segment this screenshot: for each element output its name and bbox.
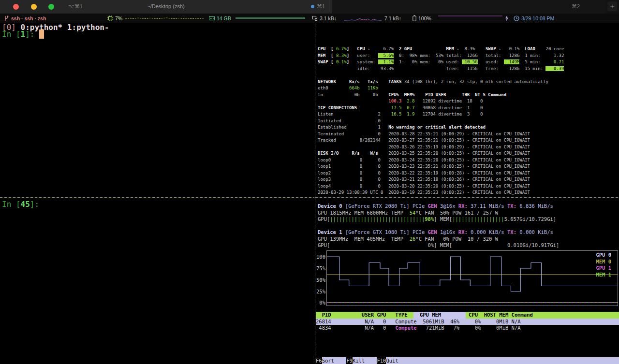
chart-ytick: 50% bbox=[316, 277, 325, 283]
fkey-f6: F6 bbox=[316, 357, 322, 364]
terminal-line: Terminated 0 2020-03-28 22:35:21 (0:00:2… bbox=[318, 131, 619, 138]
chart-ytick: 100 bbox=[316, 254, 325, 260]
network-up-label: 7.1 kB↑ bbox=[384, 14, 401, 23]
battery-icon bbox=[413, 15, 416, 21]
legend-item: GPU 0 bbox=[596, 252, 611, 259]
terminal-line: Initiated 0 bbox=[318, 118, 619, 125]
tab1-activity: ⌘1 bbox=[311, 3, 325, 10]
terminal-line: DISK I/O R/s W/s 2020-03-25 22:35:20 (0:… bbox=[318, 150, 619, 157]
chart-ytick: 25% bbox=[316, 289, 325, 294]
fkey-label-quit: Quit bbox=[386, 357, 398, 364]
nvtop-device-lines: Device 0 [GeForce RTX 2080 Ti] PCIe GEN … bbox=[318, 203, 619, 249]
terminal-line: In [45]: bbox=[2, 201, 314, 208]
terminal-line: 2020-03-29 13:08:39 UTC 0 2020-03-19 22:… bbox=[318, 189, 619, 196]
session-branch-icon bbox=[4, 15, 9, 21]
ram-icon bbox=[209, 15, 215, 21]
legend-item: MEM 0 bbox=[596, 259, 611, 265]
chart-legend: GPU 0MEM 0GPU 1MEM 1 bbox=[596, 252, 611, 278]
terminal-line: GPU[|||||||||||||||||||||||||||||||98%] … bbox=[318, 216, 619, 223]
memory-gauge: 14 GB bbox=[209, 14, 231, 23]
charging-bolt-icon bbox=[505, 15, 509, 21]
cpu-gauge: 7% bbox=[107, 14, 122, 23]
terminal-line: TCP CONNECTIONS 17.5 0.7 30868 divertime… bbox=[318, 105, 619, 112]
chart-ytick: 0% bbox=[316, 300, 325, 306]
tab-desktop-zsh[interactable]: ⌥⌘1 ~/Desktop (zsh) ⌘1 bbox=[0, 0, 332, 14]
pane-divider-horizontal-right[interactable] bbox=[315, 197, 619, 198]
terminal-line: Device 0 [GeForce RTX 2080 Ti] PCIe GEN … bbox=[318, 203, 619, 210]
terminal-line: 100.3 2.8 12692 divertime 18 0 bbox=[318, 98, 619, 105]
pane-divider-horizontal-left[interactable] bbox=[0, 197, 314, 198]
table-row-selected: 26814 N/A 0 Compute 5061MiB 46% 0% 0MiB … bbox=[316, 319, 619, 325]
pane-top-left-lines: [0] 0:python* 1:python-In [1]: bbox=[2, 24, 314, 37]
fkey-f9: F9 bbox=[346, 357, 353, 364]
fkey-label-kill: Kill bbox=[353, 357, 377, 364]
terminal-line: MEM [ 8.3%] user: 5.6% 0: 98% mem: 53% t… bbox=[318, 53, 619, 59]
table-header-row: PID USER GPU TYPE GPU MEM CPU HOST MEM C… bbox=[316, 312, 619, 319]
battery-gauge: 100% bbox=[413, 14, 431, 23]
terminal-window: ⌥⌘1 ~/Desktop (zsh) ⌘1 ⌘2 + ssh · ssh · … bbox=[0, 0, 619, 364]
fkey-bar: F6Sort F9Kill F10Quit bbox=[316, 357, 619, 364]
network-gauge: 3.1 kB↓ bbox=[312, 14, 337, 23]
terminal-line: loop4 0 0 2020-03-20 22:35:20 (0:00:25) … bbox=[318, 183, 619, 190]
fkey-label-sort: Sort bbox=[322, 357, 347, 364]
activity-dot-icon bbox=[311, 5, 314, 8]
network-icon bbox=[312, 15, 318, 21]
network-sparkline bbox=[343, 15, 382, 21]
pane-ipython-top[interactable]: [0] 0:python* 1:python-In [1]: bbox=[0, 23, 314, 197]
clock-icon bbox=[514, 15, 519, 21]
cpu-icon bbox=[107, 15, 113, 21]
terminal-line: GPU[ 0%] MEM[ 0.010Gi/10.917Gi] bbox=[318, 242, 619, 249]
terminal-line: loop2 0 0 2020-03-22 22:35:19 (0:00:28) … bbox=[318, 170, 619, 177]
pane-divider-vertical[interactable] bbox=[315, 23, 315, 364]
terminal-line: 2020-03-26 22:35:19 (0:00:29) - CRITICAL… bbox=[318, 144, 619, 151]
memory-sparkline bbox=[235, 15, 306, 21]
terminal-line: loop3 0 0 2020-03-21 22:35:18 (0:00:26) … bbox=[318, 176, 619, 183]
fkey-bar-fill bbox=[398, 357, 619, 364]
tab2-shortcut: ⌘2 bbox=[572, 3, 580, 10]
terminal-line: NETWORK Rx/s Tx/s TASKS 34 (108 thr), 2 … bbox=[318, 79, 619, 86]
gpu-history-chart: 10075%50%25%0% GPU 0MEM 0GPU 1MEM 1 bbox=[316, 250, 619, 308]
terminal-line bbox=[318, 223, 619, 230]
tab-2[interactable]: ⌘2 bbox=[332, 0, 606, 14]
pane-glances[interactable]: CPU [ 6.7%] CPU - 6.7% 2 GPU MEM - 8.3% … bbox=[316, 23, 619, 197]
session-indicator: ssh · ssh · zsh bbox=[4, 14, 46, 23]
window-tab-bar: ⌥⌘1 ~/Desktop (zsh) ⌘1 ⌘2 + bbox=[0, 0, 619, 14]
table-row: 4834 N/A 0 Compute 721MiB 7% 0% 0MiB N/A bbox=[316, 325, 619, 332]
terminal-line: CPU [ 6.7%] CPU - 6.7% 2 GPU MEM - 8.3% … bbox=[318, 46, 619, 53]
terminal-line bbox=[318, 72, 619, 79]
battery-graph bbox=[438, 15, 503, 21]
terminal-line: idle: 93.3% free: 115G free: 128G 15 min… bbox=[318, 66, 619, 73]
terminal-line: Tracked 8/262144 2020-03-27 22:35:21 (0:… bbox=[318, 137, 619, 144]
charging-indicator bbox=[505, 14, 509, 23]
terminal-line: lo 0b 0b CPU% MEM% PID USER THR NI S Com… bbox=[318, 92, 619, 99]
pane-nvtop[interactable]: Device 0 [GeForce RTX 2080 Ti] PCIe GEN … bbox=[316, 198, 619, 364]
tab-title: ~/Desktop (zsh) bbox=[0, 3, 332, 9]
legend-item: MEM 1 bbox=[596, 272, 611, 278]
terminal-line: Device 1 [GeForce GTX 1080 Ti] PCIe GEN … bbox=[318, 229, 619, 236]
clock: 3/29 10:08 PM bbox=[514, 14, 554, 23]
terminal-line: Listen 2 16.5 1.9 12704 divertime 3 0 bbox=[318, 111, 619, 118]
fkey-f10: F10 bbox=[377, 357, 386, 364]
new-tab-button[interactable]: + bbox=[607, 1, 617, 11]
gpu-process-table: PID USER GPU TYPE GPU MEM CPU HOST MEM C… bbox=[316, 312, 619, 332]
terminal-line: loop1 0 0 2020-03-23 22:35:21 (0:00:25) … bbox=[318, 163, 619, 170]
terminal-line: GPU 139MHz MEM 405MHz TEMP 26°C FAN 0% P… bbox=[318, 236, 619, 243]
terminal-line: loop0 0 0 2020-03-24 22:35:20 (0:00:25) … bbox=[318, 157, 619, 164]
cpu-sparkline bbox=[125, 15, 205, 21]
legend-item: GPU 1 bbox=[596, 265, 611, 272]
terminal-line: GPU 1815MHz MEM 6800MHz TEMP 54°C FAN 50… bbox=[318, 210, 619, 217]
terminal-line: Established 1 No warning or critical ale… bbox=[318, 124, 619, 131]
terminal-line: eth0 664b 11Kb bbox=[318, 85, 619, 92]
statusbar: ssh · ssh · zsh 7% 14 GB 3.1 kB↓ 7.1 kB↑… bbox=[0, 14, 619, 23]
terminal-main: [0] 0:python* 1:python-In [1]: In [45]: … bbox=[0, 23, 619, 364]
chart-plot bbox=[326, 250, 618, 306]
glances-lines: CPU [ 6.7%] CPU - 6.7% 2 GPU MEM - 8.3% … bbox=[318, 46, 619, 196]
chart-ytick: 75% bbox=[316, 266, 325, 271]
terminal-line: SWAP [ 0.1%] system: 1.1% 1: 0% mem: 0% … bbox=[318, 59, 619, 66]
pane-bottom-left-lines: In [45]: bbox=[2, 201, 314, 208]
terminal-line: [0] 0:python* 1:python- bbox=[2, 24, 314, 31]
pane-ipython-bottom[interactable]: In [45]: bbox=[0, 198, 314, 364]
